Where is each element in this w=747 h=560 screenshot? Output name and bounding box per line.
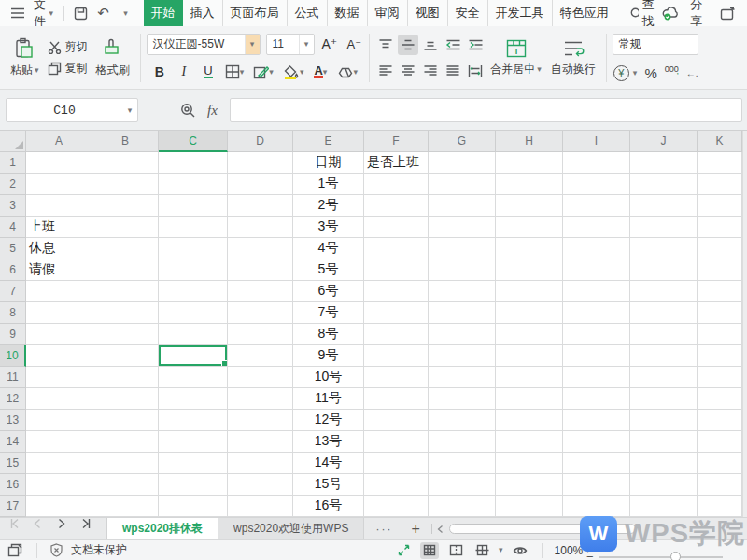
scroll-left-icon[interactable] xyxy=(436,525,445,534)
cell-K3[interactable] xyxy=(698,195,742,217)
cell-J1[interactable] xyxy=(630,152,698,174)
cell-I2[interactable] xyxy=(563,174,630,195)
cell-J17[interactable] xyxy=(630,496,698,517)
row-header-13[interactable]: 13 xyxy=(0,410,26,431)
menu-tab-插入[interactable]: 插入 xyxy=(183,0,222,26)
cell-H10[interactable] xyxy=(496,345,563,367)
cut-button[interactable]: 剪切 xyxy=(48,39,88,55)
page-layout-view-icon[interactable] xyxy=(472,542,491,559)
cell-H3[interactable] xyxy=(496,195,563,217)
normal-view-icon[interactable] xyxy=(420,542,439,559)
cell-A16[interactable] xyxy=(26,474,92,496)
cell-C2[interactable] xyxy=(159,174,228,195)
cell-I9[interactable] xyxy=(563,324,630,345)
cell-B6[interactable] xyxy=(92,259,159,281)
cell-D11[interactable] xyxy=(228,367,293,388)
first-sheet-icon[interactable] xyxy=(6,518,26,540)
cell-H1[interactable] xyxy=(496,152,563,174)
cell-A9[interactable] xyxy=(26,324,92,345)
cell-E16[interactable]: 15号 xyxy=(293,474,364,496)
cell-D3[interactable] xyxy=(228,195,293,217)
cell-J12[interactable] xyxy=(630,388,698,410)
cell-G2[interactable] xyxy=(429,174,496,195)
decrease-indent-icon[interactable] xyxy=(443,35,463,55)
page-break-view-icon[interactable] xyxy=(446,542,465,559)
font-size-select[interactable]: 11 ▾ xyxy=(266,34,315,55)
align-left-icon[interactable] xyxy=(375,61,396,81)
cell-B3[interactable] xyxy=(92,195,159,217)
cell-E9[interactable]: 8号 xyxy=(293,324,364,345)
cell-C13[interactable] xyxy=(159,410,228,431)
cell-F8[interactable] xyxy=(364,302,429,324)
cell-F2[interactable] xyxy=(364,174,429,195)
number-format-select[interactable]: 常规 xyxy=(613,34,698,55)
fill-color-button[interactable]: ▾ xyxy=(281,62,306,82)
wrap-text-button[interactable]: 自动换行 xyxy=(546,30,600,86)
align-center-icon[interactable] xyxy=(398,61,418,81)
cell-D14[interactable] xyxy=(228,431,293,453)
cell-D7[interactable] xyxy=(228,281,293,302)
row-header-4[interactable]: 4 xyxy=(0,217,26,238)
col-header-K[interactable]: K xyxy=(698,131,742,152)
cell-C15[interactable] xyxy=(159,453,228,474)
cell-C9[interactable] xyxy=(159,324,228,345)
cell-G10[interactable] xyxy=(429,345,496,367)
col-header-A[interactable]: A xyxy=(26,131,92,152)
cell-I12[interactable] xyxy=(563,388,630,410)
cell-F16[interactable] xyxy=(364,474,429,496)
cell-E10[interactable]: 9号 xyxy=(293,345,364,367)
cell-C7[interactable] xyxy=(159,281,228,302)
row-header-7[interactable]: 7 xyxy=(0,281,26,302)
undo-button[interactable]: ↶ xyxy=(93,2,114,24)
cell-C10[interactable] xyxy=(159,345,228,367)
cell-F13[interactable] xyxy=(364,410,429,431)
cell-I16[interactable] xyxy=(563,474,630,496)
cell-G15[interactable] xyxy=(429,453,496,474)
cell-K8[interactable] xyxy=(698,302,742,324)
row-header-2[interactable]: 2 xyxy=(0,174,26,195)
cell-B4[interactable] xyxy=(92,217,159,238)
cell-H16[interactable] xyxy=(496,474,563,496)
draw-border-button[interactable]: ▾ xyxy=(251,62,275,82)
cell-F15[interactable] xyxy=(364,453,429,474)
new-window-icon[interactable] xyxy=(718,2,739,24)
cell-E8[interactable]: 7号 xyxy=(293,302,364,324)
menu-tab-安全[interactable]: 安全 xyxy=(447,0,487,26)
customize-toolbar-chevron-icon[interactable]: ▾ xyxy=(116,2,136,24)
cell-H2[interactable] xyxy=(496,174,563,195)
cell-C5[interactable] xyxy=(159,238,228,259)
cell-E3[interactable]: 2号 xyxy=(293,195,364,217)
cloud-sync-icon[interactable] xyxy=(659,2,682,24)
cell-J10[interactable] xyxy=(630,345,698,367)
cell-K2[interactable] xyxy=(698,174,742,195)
increase-indent-icon[interactable] xyxy=(465,35,486,55)
cell-B13[interactable] xyxy=(92,410,159,431)
cell-J14[interactable] xyxy=(630,431,698,453)
cell-G17[interactable] xyxy=(429,496,496,517)
cell-F17[interactable] xyxy=(364,496,429,517)
col-header-B[interactable]: B xyxy=(92,131,159,152)
cell-J11[interactable] xyxy=(630,367,698,388)
cell-G9[interactable] xyxy=(429,324,496,345)
cell-K12[interactable] xyxy=(698,388,742,410)
cell-G14[interactable] xyxy=(429,431,496,453)
cell-K4[interactable] xyxy=(698,217,742,238)
col-header-E[interactable]: E xyxy=(293,131,364,152)
cell-C11[interactable] xyxy=(159,367,228,388)
cell-D8[interactable] xyxy=(228,302,293,324)
cell-K1[interactable] xyxy=(698,152,742,174)
previous-sheet-icon[interactable] xyxy=(30,518,50,540)
cell-I6[interactable] xyxy=(563,259,630,281)
cell-E14[interactable]: 13号 xyxy=(293,431,364,453)
cell-G7[interactable] xyxy=(429,281,496,302)
cell-I8[interactable] xyxy=(563,302,630,324)
sheet-tab-wps2020欢迎使用WPS[interactable]: wps2020欢迎使用WPS xyxy=(218,518,364,539)
cell-K7[interactable] xyxy=(698,281,742,302)
cell-F9[interactable] xyxy=(364,324,429,345)
cell-H4[interactable] xyxy=(496,217,563,238)
cell-K15[interactable] xyxy=(698,453,742,474)
save-button[interactable] xyxy=(71,2,92,24)
cell-C1[interactable] xyxy=(159,152,228,174)
cell-A7[interactable] xyxy=(26,281,92,302)
cell-H14[interactable] xyxy=(496,431,563,453)
